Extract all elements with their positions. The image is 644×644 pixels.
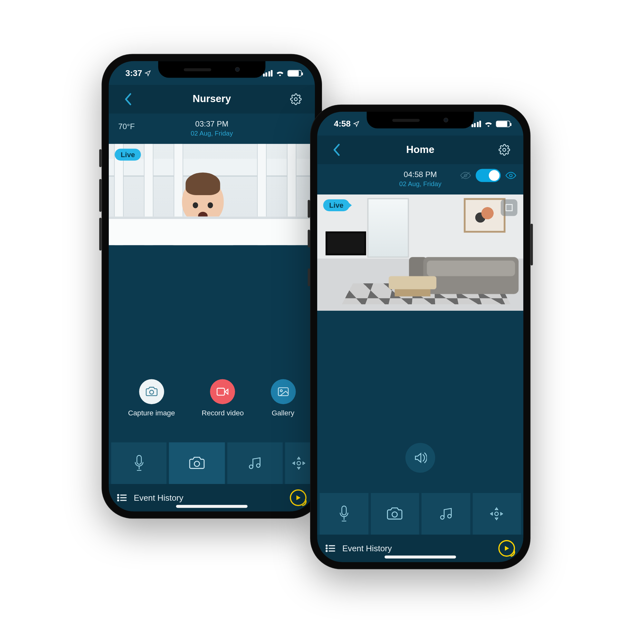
battery-icon (288, 70, 302, 76)
settings-button[interactable] (286, 90, 305, 109)
camera-date: 02 Aug, Friday (191, 129, 233, 137)
camera-icon (139, 379, 164, 404)
back-button[interactable] (327, 140, 346, 159)
speaker-icon (414, 452, 427, 464)
pan-tilt-icon (291, 455, 307, 471)
fullscreen-icon (505, 204, 513, 212)
temperature: 70°F (118, 122, 135, 131)
location-icon (353, 120, 359, 127)
svg-point-29 (326, 545, 328, 547)
music-icon (439, 507, 453, 521)
back-button[interactable] (118, 90, 137, 109)
nav-bar: Nursery (109, 85, 315, 114)
svg-rect-6 (137, 455, 141, 464)
record-video-button[interactable]: Record video (202, 379, 244, 417)
live-badge: Live (115, 149, 141, 161)
meta-row: 04:58 PM 02 Aug, Friday (317, 164, 523, 194)
privacy-off-icon (460, 171, 471, 180)
tab-music[interactable] (227, 442, 283, 484)
tab-pan-tilt[interactable] (472, 493, 521, 535)
camera-date: 02 Aug, Friday (399, 180, 441, 187)
camera-action-row: Capture image Record video Gallery (109, 376, 315, 426)
svg-rect-14 (120, 497, 127, 498)
record-label: Record video (202, 409, 244, 417)
svg-rect-32 (329, 548, 335, 549)
home-indicator[interactable] (384, 555, 456, 558)
svg-point-28 (495, 512, 498, 516)
list-icon (117, 494, 127, 502)
phone-home: 4:58 Home (310, 105, 531, 569)
mute-button[interactable] (405, 443, 435, 473)
svg-marker-17 (296, 495, 300, 500)
svg-rect-12 (120, 495, 127, 496)
svg-point-0 (294, 98, 297, 100)
svg-point-7 (194, 461, 199, 466)
svg-marker-35 (505, 546, 509, 551)
pan-tilt-icon (489, 506, 504, 522)
replay-button[interactable] (290, 489, 307, 506)
meta-row: 70°F 03:37 PM 02 Aug, Friday (109, 114, 315, 144)
svg-rect-2 (217, 388, 225, 395)
wifi-icon (276, 70, 285, 77)
svg-rect-16 (120, 500, 127, 501)
device-notch (158, 61, 265, 78)
list-icon (326, 544, 335, 553)
tab-talk[interactable] (320, 493, 368, 535)
page-title: Nursery (193, 93, 231, 105)
bottom-tabs (317, 493, 523, 535)
settings-button[interactable] (495, 140, 514, 159)
page-title: Home (406, 144, 434, 156)
svg-point-26 (440, 516, 444, 519)
svg-point-27 (448, 515, 451, 518)
nav-bar: Home (317, 136, 523, 164)
gallery-icon (270, 379, 296, 404)
status-time: 3:37 (126, 68, 142, 78)
tab-music[interactable] (421, 493, 470, 535)
svg-rect-24 (342, 506, 346, 515)
wifi-icon (484, 120, 493, 127)
tab-pan-tilt[interactable] (285, 442, 312, 484)
svg-point-1 (149, 390, 153, 394)
bottom-tabs (109, 442, 315, 484)
live-badge: Live (323, 199, 349, 211)
camera-tab-icon (386, 507, 403, 520)
capture-image-button[interactable]: Capture image (128, 379, 175, 417)
gallery-label: Gallery (272, 409, 294, 417)
microphone-icon (133, 455, 145, 472)
tab-camera[interactable] (371, 493, 419, 535)
tab-camera[interactable] (169, 442, 225, 484)
svg-marker-3 (225, 389, 228, 394)
privacy-toggle-group (460, 169, 516, 182)
fullscreen-button[interactable] (501, 199, 517, 216)
live-video[interactable]: Live (317, 194, 523, 311)
camera-time: 04:58 PM (399, 170, 441, 179)
video-icon (210, 379, 235, 404)
svg-rect-30 (329, 545, 335, 546)
svg-marker-23 (415, 453, 421, 462)
tab-talk[interactable] (111, 442, 167, 484)
camera-time: 03:37 PM (191, 119, 233, 128)
location-icon (145, 70, 151, 76)
status-time: 4:58 (334, 119, 351, 128)
svg-point-11 (117, 494, 119, 496)
audio-control (317, 426, 523, 493)
gallery-button[interactable]: Gallery (270, 379, 296, 417)
nursery-illustration (109, 144, 315, 245)
privacy-on-icon (506, 171, 516, 180)
replay-button[interactable] (498, 540, 515, 557)
svg-point-33 (326, 550, 328, 552)
microphone-icon (338, 506, 350, 522)
svg-point-31 (326, 547, 328, 550)
phone-nursery: 3:37 Nursery (102, 54, 322, 519)
svg-point-5 (280, 390, 282, 392)
battery-icon (496, 120, 510, 127)
home-indicator[interactable] (176, 505, 248, 508)
svg-point-21 (509, 174, 512, 177)
music-icon (248, 456, 262, 470)
svg-point-9 (257, 464, 260, 467)
privacy-toggle[interactable] (476, 169, 501, 182)
device-notch (367, 112, 474, 128)
live-video[interactable]: Live (109, 144, 315, 245)
svg-point-18 (503, 148, 506, 151)
svg-rect-34 (329, 551, 335, 552)
